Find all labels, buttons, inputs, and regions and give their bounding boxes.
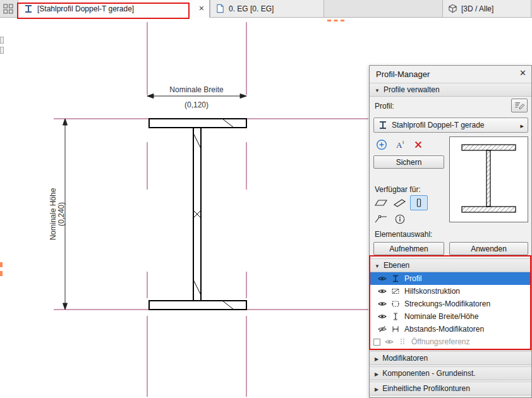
profil-manager-palette: Profil-Manager ✕ Profile verwalten Profi… [369, 65, 532, 398]
eye-icon[interactable] [385, 339, 394, 345]
section-label: Komponenten - Grundeinst. [382, 369, 475, 378]
info-icon [394, 214, 406, 225]
edge-marker-dashes [0, 262, 3, 276]
collapse-right-icon [375, 354, 378, 363]
eye-off-icon[interactable] [378, 326, 387, 332]
tab-bar: [Stahlprofil Doppel-T gerade] × 0. EG [0… [0, 0, 532, 18]
section-profile-verwalten[interactable]: Profile verwalten [370, 83, 531, 97]
new-profile-button[interactable] [375, 138, 389, 152]
layer-row-hilfskonstruktion[interactable]: Hilfskonstruktion [370, 285, 531, 298]
rename-profile-button[interactable]: A I [394, 138, 408, 152]
profile-preview-drawing [450, 137, 528, 222]
profil-layer-icon [391, 274, 400, 283]
construction-lines [54, 22, 368, 397]
available-wall-button[interactable] [372, 195, 390, 210]
available-for-label: Verfügbar für: [375, 185, 421, 194]
availability-info-button[interactable] [391, 212, 409, 227]
apply-button-label: Anwenden [471, 244, 507, 253]
rename-icon: A I [395, 139, 406, 150]
collapse-down-icon [375, 261, 380, 270]
dimension-width [147, 94, 246, 99]
layer-label: Profil [404, 274, 421, 283]
layers-list: Profil Hilfskonstruktion Streck [370, 272, 531, 351]
available-beam-button[interactable] [391, 195, 409, 210]
wall-icon [374, 198, 388, 208]
edge-toolbar-fragment [0, 47, 4, 54]
element-selection-label: Elementauswahl: [375, 230, 432, 239]
layer-label: Hilfskonstruktion [404, 287, 460, 296]
palette-close-icon[interactable]: ✕ [519, 68, 526, 78]
save-button[interactable]: Sichern [373, 155, 444, 169]
offset-modifier-icon [391, 325, 400, 334]
eye-icon[interactable] [378, 313, 387, 320]
tab-close-icon[interactable]: × [199, 3, 204, 13]
tab-3d[interactable]: [3D / Alle] [442, 0, 531, 17]
grid-icon [3, 3, 14, 15]
profil-label: Profil: [375, 102, 394, 111]
layer-label: Nominale Breite/Höhe [404, 312, 478, 321]
collapse-right-icon [375, 369, 378, 378]
dim-height-label: Nominale Höhe [49, 188, 57, 240]
collapse-down-icon [375, 85, 380, 94]
stretch-modifier-icon [391, 299, 400, 308]
apply-button[interactable]: Anwenden [449, 242, 528, 255]
available-column-button[interactable] [410, 195, 428, 210]
section-profilkonturen[interactable]: Einheitliche Profilkonturen [370, 382, 531, 395]
pickup-button-label: Aufnehmen [389, 244, 428, 253]
chevron-right-icon [521, 121, 524, 130]
palette-title: Profil-Manager [376, 69, 430, 79]
ibeam-profile-outline [149, 119, 246, 310]
tab-overview-button[interactable] [3, 3, 14, 15]
edge-toolbar-fragment [0, 37, 4, 44]
save-button-label: Sichern [396, 158, 422, 167]
section-label: Einheitliche Profilkonturen [382, 384, 470, 393]
tab-floorplan[interactable]: 0. EG [0. EG] [210, 0, 324, 17]
section-label: Modifikatoren [382, 354, 428, 363]
eye-icon[interactable] [378, 288, 387, 294]
tab-stahlprofil[interactable]: [Stahlprofil Doppel-T gerade] × [18, 0, 210, 18]
layer-label: Öffnungsreferenz [411, 337, 470, 346]
svg-text:A: A [396, 140, 402, 150]
profile-settings-button[interactable] [511, 99, 528, 112]
tab-label: 0. EG [0. EG] [229, 4, 274, 13]
section-modifikatoren[interactable]: Modifikatoren [370, 351, 531, 365]
profile-preview [449, 136, 528, 222]
layer-label: Streckungs-Modifikatoren [404, 299, 490, 308]
eye-icon[interactable] [378, 275, 387, 282]
section-komponenten[interactable]: Komponenten - Grundeinst. [370, 366, 531, 380]
section-label: Ebenen [384, 261, 409, 270]
dim-height-value: (0,240) [57, 202, 66, 226]
delete-profile-button[interactable] [411, 138, 425, 152]
dimension-icon [391, 312, 400, 321]
layer-row-abstands-modifikatoren[interactable]: Abstands-Modifikatoren [370, 323, 531, 335]
profile-dropdown-value: Stahlprofil Doppel-T gerade [392, 121, 517, 130]
morph-polyline-icon [374, 214, 388, 224]
helper-construction-icon [391, 287, 400, 296]
ibeam-icon [378, 121, 388, 130]
eye-icon[interactable] [378, 301, 387, 307]
edit-list-pencil-icon [514, 100, 525, 111]
available-morph-button[interactable] [372, 212, 390, 227]
column-icon [412, 198, 426, 208]
pickup-button[interactable]: Aufnehmen [373, 242, 444, 255]
story-page-icon [215, 4, 225, 13]
origin-marker-dashes [327, 20, 344, 21]
layer-row-profil[interactable]: Profil [370, 272, 531, 285]
layer-row-streckungs-modifikatoren[interactable]: Streckungs-Modifikatoren [370, 298, 531, 310]
plus-circle-icon [376, 139, 387, 150]
profile-dropdown[interactable]: Stahlprofil Doppel-T gerade [373, 118, 528, 133]
section-ebenen[interactable]: Ebenen [370, 258, 531, 272]
dim-width-value: (0,120) [184, 100, 209, 109]
opening-reference-icon [398, 337, 407, 346]
cube-3d-icon [448, 4, 457, 13]
layer-checkbox[interactable] [373, 339, 380, 346]
beam-icon [393, 198, 407, 208]
red-x-icon [413, 140, 423, 150]
tab-label: [Stahlprofil Doppel-T gerade] [37, 4, 134, 13]
layer-row-nominale-breite-hoehe[interactable]: Nominale Breite/Höhe [370, 310, 531, 323]
layer-row-oeffnungsreferenz[interactable]: Öffnungsreferenz [370, 335, 531, 348]
svg-text:I: I [402, 140, 404, 145]
tab-label: [3D / Alle] [461, 4, 493, 13]
dim-width-label: Nominale Breite [169, 85, 224, 94]
profile-drawing: Nominale Breite (0,120) Nominale Höhe (0… [0, 18, 369, 398]
